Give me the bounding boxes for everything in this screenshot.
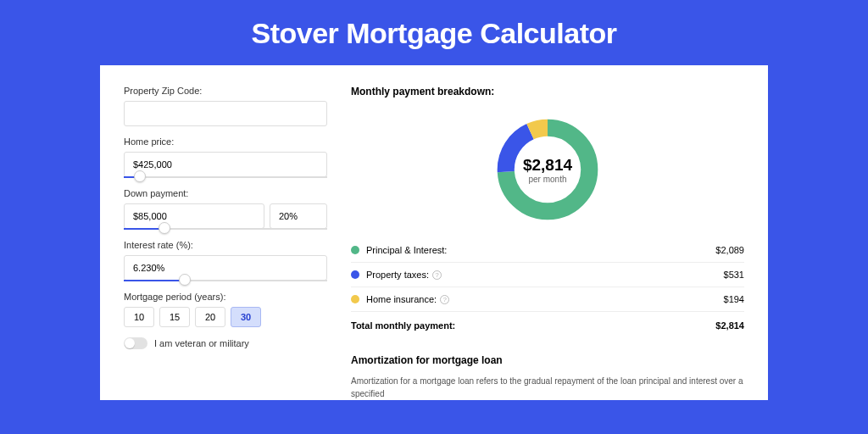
legend-row: Home insurance:?$194 [351,287,744,311]
legend-row: Property taxes:?$531 [351,263,744,287]
interest-rate-input[interactable] [124,255,327,281]
slider-thumb[interactable] [179,274,191,286]
legend-dot [351,295,359,303]
home-price-label: Home price: [124,136,327,147]
amortization-heading: Amortization for mortgage loan [351,354,744,366]
total-row: Total monthly payment: $2,814 [351,311,744,339]
interest-rate-field: Interest rate (%): [124,240,327,281]
down-payment-field: Down payment: [124,188,327,230]
slider-thumb[interactable] [134,170,146,182]
period-button-30[interactable]: 30 [231,307,261,327]
legend-value: $2,089 [715,245,744,255]
breakdown-heading: Monthly payment breakdown: [351,86,744,97]
legend-dot [351,270,359,279]
calculator-card: Property Zip Code: Home price: Down paym… [100,65,768,400]
legend-value: $194 [724,294,744,304]
donut-chart: $2,814 per month [492,114,603,225]
down-payment-label: Down payment: [124,188,327,198]
period-field: Mortgage period (years): 10152030 [124,292,327,327]
zip-label: Property Zip Code: [124,86,327,96]
period-button-15[interactable]: 15 [159,307,190,327]
total-value: $2,814 [715,320,744,331]
legend-value: $531 [724,270,744,280]
page-title: Stover Mortgage Calculator [0,0,868,65]
period-button-20[interactable]: 20 [195,307,225,327]
legend-row: Principal & Interest:$2,089 [351,238,744,263]
down-payment-pct-input[interactable] [270,203,327,229]
zip-input[interactable] [124,101,327,126]
amortization-text: Amortization for a mortgage loan refers … [351,375,744,400]
veteran-toggle[interactable] [124,337,147,349]
home-price-slider[interactable] [124,176,327,178]
veteran-label: I am veteran or military [154,338,249,348]
donut-center-sub: per month [528,175,566,184]
legend-label: Property taxes:? [366,270,724,280]
veteran-row: I am veteran or military [124,337,327,349]
legend-label: Principal & Interest: [366,245,715,255]
interest-rate-label: Interest rate (%): [124,240,327,250]
period-buttons: 10152030 [124,307,327,327]
amortization-section: Amortization for mortgage loan Amortizat… [351,354,744,400]
home-price-field: Home price: [124,136,327,178]
down-payment-input[interactable] [124,203,264,229]
breakdown-column: Monthly payment breakdown: $2,814 per mo… [351,86,744,400]
zip-field: Property Zip Code: [124,86,327,126]
legend-label: Home insurance:? [366,294,724,304]
slider-thumb[interactable] [159,222,170,234]
interest-rate-slider[interactable] [124,280,327,281]
legend-dot [351,246,359,254]
home-price-input[interactable] [124,152,327,177]
period-button-10[interactable]: 10 [124,307,154,327]
donut-chart-wrap: $2,814 per month [351,108,744,238]
period-label: Mortgage period (years): [124,292,327,302]
info-icon[interactable]: ? [440,295,449,304]
form-column: Property Zip Code: Home price: Down paym… [124,86,327,400]
down-payment-slider[interactable] [124,228,327,230]
legend: Principal & Interest:$2,089Property taxe… [351,238,744,311]
total-label: Total monthly payment: [351,320,715,331]
info-icon[interactable]: ? [432,270,442,280]
donut-center-value: $2,814 [523,156,572,175]
